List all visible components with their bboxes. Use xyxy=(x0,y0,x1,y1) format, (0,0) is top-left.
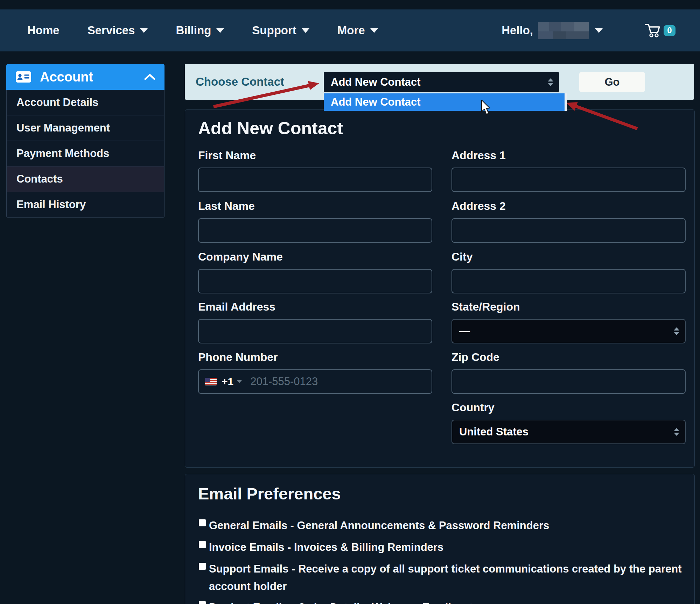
support-emails-label: Support Emails - Receive a copy of all s… xyxy=(209,560,687,595)
select-arrows-icon xyxy=(548,78,553,86)
sidebar-item-label: Payment Methods xyxy=(16,147,109,160)
field-address-2: Address 2 xyxy=(451,200,686,243)
dropdown-option-label: Add New Contact xyxy=(331,96,421,108)
company-name-input[interactable] xyxy=(198,269,432,293)
field-address-1: Address 1 xyxy=(451,149,686,192)
email-pref-product: Product Emails - Order Details, Welcome … xyxy=(199,599,479,604)
email-pref-support: Support Emails - Receive a copy of all s… xyxy=(199,560,687,595)
state-region-select[interactable]: — xyxy=(451,319,686,343)
field-country: Country United States xyxy=(451,401,686,444)
sidebar-header-account[interactable]: Account xyxy=(6,64,164,90)
field-first-name: First Name xyxy=(198,149,432,192)
redacted-username[interactable] xyxy=(538,22,589,39)
product-emails-label: Product Emails - Order Details, Welcome … xyxy=(209,599,479,604)
support-emails-checkbox[interactable] xyxy=(199,563,206,570)
email-preferences-section: Email Preferences General Emails - Gener… xyxy=(185,474,695,604)
state-region-value: — xyxy=(452,325,470,337)
sidebar-menu: Account Details User Management Payment … xyxy=(6,90,164,218)
account-contacts-page: Home Services Billing Support More Hello… xyxy=(0,0,700,604)
contact-select[interactable]: Add New Contact xyxy=(324,72,559,92)
field-state-region: State/Region — xyxy=(451,300,686,343)
address-2-label: Address 2 xyxy=(451,200,686,213)
nav-label-support: Support xyxy=(252,24,296,37)
field-last-name: Last Name xyxy=(198,200,432,243)
city-label: City xyxy=(451,250,686,263)
nav-item-support[interactable]: Support xyxy=(252,24,309,37)
general-emails-checkbox[interactable] xyxy=(199,519,206,526)
nav-item-services[interactable]: Services xyxy=(88,24,148,37)
phone-number-input[interactable] xyxy=(250,375,425,388)
contact-select-value: Add New Contact xyxy=(324,76,421,88)
sidebar-item-payment-methods[interactable]: Payment Methods xyxy=(7,141,164,166)
phone-input-group: +1 xyxy=(198,369,432,394)
sidebar-item-label: Contacts xyxy=(16,173,63,185)
nav-label-services: Services xyxy=(88,24,135,37)
invoice-emails-checkbox[interactable] xyxy=(199,541,206,548)
cart-icon xyxy=(645,23,661,38)
form-title: Add New Contact xyxy=(198,118,343,138)
state-region-label: State/Region xyxy=(451,300,686,313)
chevron-down-icon xyxy=(237,380,242,383)
chevron-up-icon xyxy=(144,74,155,80)
id-card-icon xyxy=(15,71,31,83)
product-emails-checkbox[interactable] xyxy=(199,601,206,604)
sidebar-item-contacts[interactable]: Contacts xyxy=(7,166,164,192)
dial-code[interactable]: +1 xyxy=(222,376,233,388)
field-city: City xyxy=(451,250,686,293)
cart-button[interactable]: 0 xyxy=(645,23,676,38)
company-name-label: Company Name xyxy=(198,250,432,263)
email-pref-general: General Emails - General Announcements &… xyxy=(199,517,549,534)
chevron-down-icon[interactable] xyxy=(595,28,603,33)
us-flag-icon[interactable] xyxy=(205,378,217,385)
country-select[interactable]: United States xyxy=(451,420,686,444)
sidebar-item-label: Email History xyxy=(16,198,86,211)
address-1-input[interactable] xyxy=(451,168,686,192)
sidebar-item-email-history[interactable]: Email History xyxy=(7,192,164,217)
nav-item-billing[interactable]: Billing xyxy=(176,24,224,37)
general-emails-label: General Emails - General Announcements &… xyxy=(209,517,549,534)
nav-label-home: Home xyxy=(27,24,59,37)
nav-label-more: More xyxy=(337,24,365,37)
sidebar-item-label: User Management xyxy=(16,122,110,134)
chevron-down-icon xyxy=(370,28,378,33)
choose-contact-label: Choose Contact xyxy=(196,75,284,88)
nav-user-area: Hello, 0 xyxy=(502,9,676,51)
first-name-input[interactable] xyxy=(198,168,432,192)
first-name-label: First Name xyxy=(198,149,432,162)
invoice-emails-label: Invoice Emails - Invoices & Billing Remi… xyxy=(209,539,443,556)
email-preferences-title: Email Preferences xyxy=(198,484,341,503)
nav-item-home[interactable]: Home xyxy=(27,24,59,37)
chevron-down-icon xyxy=(216,28,224,33)
email-address-input[interactable] xyxy=(198,319,432,343)
field-company-name: Company Name xyxy=(198,250,432,293)
phone-number-label: Phone Number xyxy=(198,351,432,364)
email-pref-invoice: Invoice Emails - Invoices & Billing Remi… xyxy=(199,539,443,556)
select-arrows-icon xyxy=(674,327,679,335)
nav-label-billing: Billing xyxy=(176,24,211,37)
sidebar-item-label: Account Details xyxy=(16,96,98,109)
select-arrows-icon xyxy=(674,428,679,436)
last-name-input[interactable] xyxy=(198,218,432,243)
sidebar: Account Account Details User Management … xyxy=(6,64,164,218)
chevron-down-icon xyxy=(302,28,309,33)
nav-menu: Home Services Billing Support More xyxy=(27,9,378,51)
chevron-down-icon xyxy=(140,28,148,33)
address-2-input[interactable] xyxy=(451,218,686,243)
field-email-address: Email Address xyxy=(198,300,432,343)
dropdown-option-add-new-contact[interactable]: Add New Contact xyxy=(324,93,567,111)
sidebar-item-account-details[interactable]: Account Details xyxy=(7,90,164,115)
country-value: United States xyxy=(452,426,528,438)
cart-count-badge: 0 xyxy=(664,25,676,36)
address-1-label: Address 1 xyxy=(451,149,686,162)
nav-item-more[interactable]: More xyxy=(337,24,378,37)
zip-code-label: Zip Code xyxy=(451,351,686,364)
email-address-label: Email Address xyxy=(198,300,432,313)
last-name-label: Last Name xyxy=(198,200,432,213)
field-phone-number: Phone Number +1 xyxy=(198,351,432,394)
sidebar-item-user-management[interactable]: User Management xyxy=(7,115,164,141)
add-contact-form: Add New Contact First Name Last Name Com… xyxy=(185,109,695,468)
zip-code-input[interactable] xyxy=(451,369,686,394)
sidebar-header-label: Account xyxy=(40,70,93,85)
city-input[interactable] xyxy=(451,269,686,293)
go-button[interactable]: Go xyxy=(579,72,645,92)
